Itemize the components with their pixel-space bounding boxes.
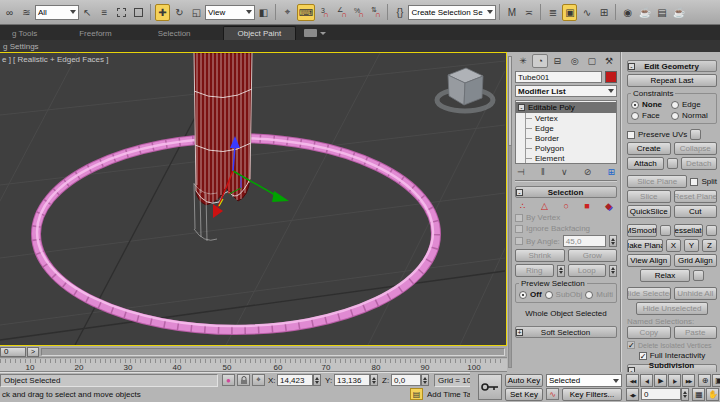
collapse-icon[interactable]: -: [518, 104, 525, 111]
show-end-result-icon[interactable]: ‖: [541, 167, 545, 177]
z-spinner[interactable]: [421, 374, 429, 386]
edge-mode-icon[interactable]: △: [541, 201, 548, 211]
preview-subobj-radio[interactable]: [545, 291, 553, 299]
x-spinner[interactable]: [313, 374, 321, 386]
constraint-none-radio[interactable]: [631, 101, 639, 109]
grid-align-button[interactable]: Grid Align: [674, 254, 718, 267]
preserve-uvs-settings-button[interactable]: [690, 129, 701, 140]
pan-icon[interactable]: ✋: [706, 388, 719, 401]
object-color-swatch[interactable]: [605, 71, 617, 83]
ignore-backfacing-checkbox[interactable]: [515, 225, 523, 233]
msmooth-button[interactable]: MSmooth: [627, 224, 657, 237]
view-align-button[interactable]: View Align: [627, 254, 671, 267]
ring-button[interactable]: Ring: [515, 264, 554, 277]
preview-multi-radio[interactable]: [585, 291, 593, 299]
grow-button[interactable]: Grow: [568, 249, 618, 262]
z-button[interactable]: Z: [702, 239, 717, 252]
schematic-view-icon[interactable]: ⊞: [596, 4, 611, 21]
frame-spinner[interactable]: [681, 388, 689, 401]
x-button[interactable]: X: [666, 239, 681, 252]
polygon-mode-icon[interactable]: ■: [584, 201, 589, 211]
select-rotate-icon[interactable]: ↻: [172, 4, 187, 21]
attach-settings-button[interactable]: [667, 158, 678, 169]
bind-spacewarp-icon[interactable]: ≋: [19, 4, 34, 21]
loop-button[interactable]: Loop: [568, 264, 607, 277]
unlink-icon[interactable]: ∞: [2, 4, 17, 21]
current-frame-field[interactable]: 0: [641, 388, 681, 400]
constraint-edge-radio[interactable]: [671, 101, 679, 109]
stack-item-border[interactable]: Border: [526, 133, 616, 143]
percent-snap-icon[interactable]: %∩: [351, 4, 366, 21]
y-button[interactable]: Y: [684, 239, 699, 252]
select-by-name-icon[interactable]: ≡: [97, 4, 112, 21]
delete-isolated-vertices-checkbox[interactable]: [627, 341, 635, 349]
set-key-button[interactable]: Set Key: [505, 388, 543, 401]
perspective-viewport[interactable]: e ] [ Realistic + Edged Faces ]: [0, 52, 507, 346]
rendered-frame-icon[interactable]: ▤: [654, 4, 669, 21]
paste-button[interactable]: Paste: [674, 326, 718, 339]
hide-unselected-button[interactable]: Hide Unselected: [636, 302, 708, 315]
layer-manager-icon[interactable]: ≣: [545, 4, 560, 21]
isolate-selection-icon[interactable]: ●: [222, 374, 235, 386]
pivot-center-icon[interactable]: ◧: [256, 4, 271, 21]
key-mode-toggle-button[interactable]: ◀▶: [626, 388, 639, 401]
display-tab-icon[interactable]: ▢: [584, 54, 600, 68]
chevron-down-icon[interactable]: [320, 32, 326, 35]
ribbon-toggle-icon[interactable]: ▣: [562, 4, 577, 21]
hierarchy-tab-icon[interactable]: ⊟: [549, 54, 565, 68]
select-scale-icon[interactable]: ◱: [189, 4, 204, 21]
previous-frame-button[interactable]: ◀|: [640, 374, 653, 387]
key-filter-set-combo[interactable]: Selected: [546, 374, 622, 387]
split-checkbox[interactable]: [690, 178, 698, 186]
ring-spinner[interactable]: [557, 265, 565, 277]
rect-region-icon[interactable]: [114, 4, 129, 21]
stack-item-polygon[interactable]: Polygon: [526, 143, 616, 153]
ribbon-settings-label[interactable]: g Settings: [3, 42, 39, 51]
repeat-last-button[interactable]: Repeat Last: [627, 74, 717, 87]
viewport-shading-label[interactable]: e ] [ Realistic + Edged Faces ]: [2, 55, 109, 64]
element-mode-icon[interactable]: ◆: [605, 201, 612, 211]
selection-rollout-header[interactable]: - Selection: [515, 186, 617, 198]
configure-modifier-sets-icon[interactable]: ⊞: [607, 167, 615, 177]
absolute-offset-toggle-icon[interactable]: ⌖: [252, 374, 265, 386]
slice-button[interactable]: Slice: [627, 190, 671, 203]
time-config-icon[interactable]: ▦: [692, 388, 705, 401]
utilities-tab-icon[interactable]: ⚒: [601, 54, 617, 68]
select-move-icon[interactable]: ✚: [155, 4, 170, 21]
time-slider-track[interactable]: [41, 348, 505, 356]
preserve-uvs-checkbox[interactable]: [627, 131, 635, 139]
window-crossing-icon[interactable]: [131, 4, 146, 21]
material-editor-icon[interactable]: ◉: [620, 4, 635, 21]
stack-item-vertex[interactable]: Vertex: [526, 113, 616, 123]
add-time-tag-label[interactable]: Add Time Tag: [427, 390, 476, 399]
stack-item-edge[interactable]: Edge: [526, 123, 616, 133]
msmooth-settings-button[interactable]: [660, 225, 671, 236]
modify-tab-icon[interactable]: ◔: [532, 54, 548, 68]
keyboard-override-icon[interactable]: ⌨: [297, 4, 315, 21]
tessellate-settings-button[interactable]: [706, 225, 717, 236]
detach-button[interactable]: Detach: [681, 157, 718, 170]
reset-plane-button[interactable]: Reset Plane: [674, 190, 718, 203]
make-planar-button[interactable]: Make Planar: [627, 239, 663, 252]
selection-filter-combo[interactable]: All: [35, 5, 79, 20]
make-unique-icon[interactable]: ∨: [561, 167, 568, 177]
quickslice-button[interactable]: QuickSlice: [627, 205, 671, 218]
zoom-icon[interactable]: ⊕: [698, 374, 711, 387]
key-filters-button[interactable]: Key Filters...: [562, 388, 622, 401]
play-button[interactable]: ▶: [654, 374, 667, 387]
collapse-button[interactable]: Collapse: [674, 142, 718, 155]
attach-button[interactable]: Attach: [627, 157, 664, 170]
stack-item-element[interactable]: Element: [526, 153, 616, 163]
angle-spinner[interactable]: [609, 235, 617, 247]
time-slider-next-button[interactable]: >: [27, 347, 39, 357]
spinner-snap-icon[interactable]: ⇅∩: [368, 4, 383, 21]
object-name-field[interactable]: Tube001: [515, 71, 602, 83]
create-button[interactable]: Create: [627, 142, 671, 155]
ribbon-tab-freeform[interactable]: Freeform: [67, 27, 123, 40]
named-selection-sets-icon[interactable]: {}: [392, 4, 407, 21]
by-vertex-checkbox[interactable]: [515, 214, 523, 222]
time-tag-icon[interactable]: ▤: [410, 388, 423, 400]
preview-off-radio[interactable]: [519, 291, 527, 299]
goto-end-button[interactable]: ▶▶: [682, 374, 695, 387]
hide-selected-button[interactable]: Hide Selected: [627, 287, 671, 300]
